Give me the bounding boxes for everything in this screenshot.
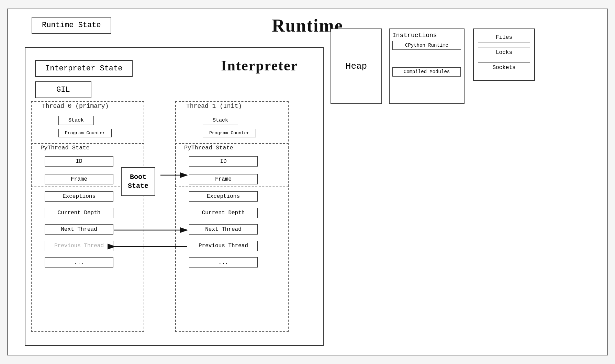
thread0-exceptions: Exceptions <box>45 191 113 202</box>
interpreter-state-box: Interpreter State <box>35 60 133 77</box>
instructions-panel: Instructions CPython Runtime Compiled Mo… <box>389 29 465 104</box>
thread1-stack: Stack <box>203 116 238 125</box>
thread1-previous-thread: Previous Thread <box>189 241 258 251</box>
instructions-compiled: Compiled Modules <box>392 67 461 77</box>
right-panel: Files Locks Sockets <box>473 29 535 81</box>
instructions-cpython: CPython Runtime <box>392 41 461 50</box>
gil-box: GIL <box>35 81 91 98</box>
thread1-pc: Program Counter <box>203 129 256 137</box>
thread0-frame: Frame <box>45 174 113 184</box>
thread1-exceptions: Exceptions <box>189 191 258 202</box>
thread0-previous-thread: Previous Thread <box>45 241 113 251</box>
thread0-id: ID <box>45 156 113 167</box>
thread1-dots: ... <box>189 257 258 268</box>
files-item: Files <box>478 32 530 43</box>
thread1-next-thread: Next Thread <box>189 224 258 235</box>
thread1-current-depth: Current Depth <box>189 208 258 218</box>
thread1-inner <box>175 143 289 332</box>
thread0-pythread-label: PyThread State <box>41 145 90 151</box>
thread0-next-thread: Next Thread <box>45 224 113 235</box>
heap-box: Heap <box>331 29 382 104</box>
thread0-pc: Program Counter <box>58 129 112 137</box>
thread1-frame: Frame <box>189 174 258 184</box>
sockets-item: Sockets <box>478 62 530 73</box>
locks-item: Locks <box>478 47 530 58</box>
thread1-pythread-label: PyThread State <box>184 145 233 151</box>
thread0-current-depth: Current Depth <box>45 208 113 218</box>
interpreter-title: Interpreter <box>221 57 298 74</box>
instructions-title: Instructions <box>392 32 461 39</box>
thread0-label: Thread 0 (primary) <box>42 103 109 110</box>
runtime-state-box: Runtime State <box>32 17 111 34</box>
thread1-id: ID <box>189 156 258 167</box>
thread0-dots: ... <box>45 257 113 268</box>
thread1-label: Thread 1 (Init) <box>186 103 242 110</box>
boot-state-box: Boot State <box>121 167 155 196</box>
thread0-stack: Stack <box>58 116 94 125</box>
